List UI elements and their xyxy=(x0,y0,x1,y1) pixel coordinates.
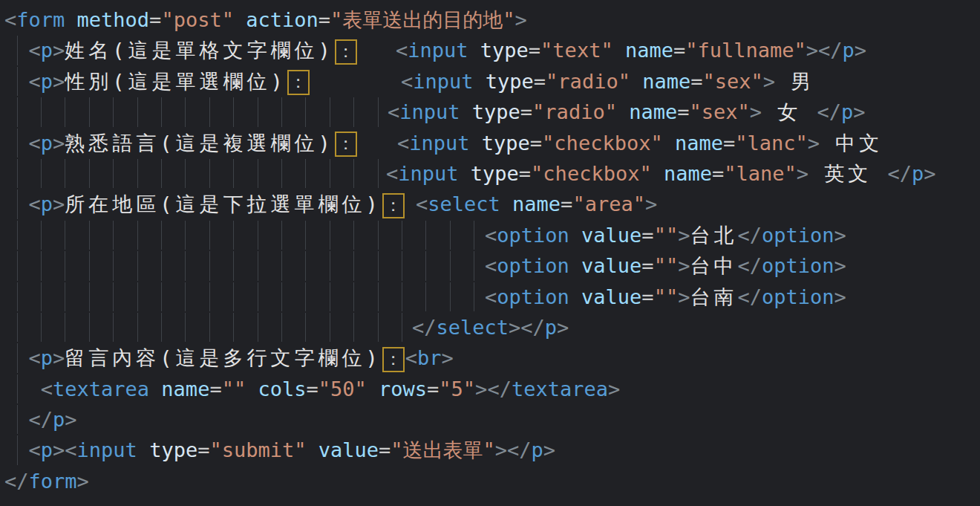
attribute-value: "lane" xyxy=(724,162,797,185)
indent-guide xyxy=(330,221,330,250)
code-line[interactable]: <form method="post" action="表單送出的目的地"> xyxy=(4,4,980,35)
indent-guide xyxy=(185,251,186,280)
tag-name: p xyxy=(841,100,853,123)
punctuation: > xyxy=(53,192,65,215)
punctuation: > xyxy=(678,224,690,247)
code-line[interactable]: <option value="">台中</option> xyxy=(4,250,980,281)
tag-name: input xyxy=(409,132,469,155)
indent-guide xyxy=(233,159,234,188)
fullwidth-colon-unicode-highlight: ： xyxy=(335,132,357,157)
punctuation: </ xyxy=(507,438,532,461)
indent-guide xyxy=(17,251,18,280)
attribute-value: "sex" xyxy=(689,100,749,123)
code-line[interactable]: <p>姓名(這是單格文字欄位)：<input type="text" name=… xyxy=(4,35,980,65)
indent-guide xyxy=(474,221,474,250)
text: 熟悉語言(這是複選欄位) xyxy=(65,132,334,155)
equals-sign: = xyxy=(318,8,330,31)
attribute-name: value xyxy=(581,285,641,308)
code-segment: <p><input type="submit" value="送出表單"></p… xyxy=(4,438,555,461)
code-line[interactable]: </select></p> xyxy=(4,312,980,343)
indent-guide xyxy=(402,221,402,250)
tag-name: p xyxy=(41,39,53,62)
punctuation: > xyxy=(543,438,555,461)
text xyxy=(613,39,625,62)
equals-sign: = xyxy=(306,377,318,400)
code-line[interactable]: <p>熟悉語言(這是複選欄位)：<input type="checkbox" n… xyxy=(4,128,980,158)
equals-sign: = xyxy=(209,377,221,400)
punctuation: > xyxy=(475,377,487,400)
punctuation: > xyxy=(509,316,520,339)
code-line[interactable]: <input type="radio" name="sex"> 女 </p> xyxy=(4,97,980,127)
text xyxy=(468,39,480,62)
attribute-value: "5" xyxy=(439,377,475,400)
punctuation: > xyxy=(53,346,65,369)
punctuation: < xyxy=(41,377,53,400)
indent-guide xyxy=(281,313,282,342)
text: 英文 xyxy=(808,162,888,185)
punctuation: > xyxy=(853,100,865,123)
tag-name: form xyxy=(29,470,77,493)
code-segment: <input type="radio" name="sex"> 男 xyxy=(401,66,814,97)
equals-sign: = xyxy=(520,100,532,123)
punctuation: < xyxy=(29,346,41,369)
indent-guide xyxy=(233,313,234,342)
attribute-name: name xyxy=(512,192,561,215)
text xyxy=(617,100,629,123)
attribute-value: "lanc" xyxy=(735,132,808,155)
code-editor[interactable]: <form method="post" action="表單送出的目的地"> <… xyxy=(0,0,980,506)
code-segment: <p>所在地區(這是下拉選單欄位)： xyxy=(4,192,405,215)
indent-guide xyxy=(233,221,234,250)
attribute-name: name xyxy=(642,70,690,93)
indent-guide xyxy=(281,282,282,311)
punctuation: > xyxy=(53,39,65,62)
text: 男 xyxy=(775,70,814,93)
indent-guide xyxy=(450,251,451,280)
indent-guide xyxy=(113,251,114,280)
indent-guide xyxy=(89,313,90,342)
punctuation: </ xyxy=(818,39,843,62)
indent-guide xyxy=(258,313,258,342)
punctuation: < xyxy=(388,100,399,123)
code-line[interactable]: <option value="">台南</option> xyxy=(4,282,980,312)
code-line[interactable]: <p>性別(這是單選欄位)：<input type="radio" name="… xyxy=(4,66,980,97)
tag-name: p xyxy=(41,438,53,461)
code-line[interactable]: </p> xyxy=(4,404,980,435)
code-line[interactable]: <textarea name="" cols="50" rows="5"></t… xyxy=(4,374,980,404)
tag-name: p xyxy=(843,39,855,62)
code-segment: <p>留言內容(這是多行文字欄位)：<br> xyxy=(4,346,454,369)
code-segment: <form method="post" action="表單送出的目的地"> xyxy=(4,8,527,31)
code-line[interactable]: <p><input type="submit" value="送出表單"></p… xyxy=(4,435,980,465)
code-line[interactable]: <p>所在地區(這是下拉選單欄位)：<select name="area"> xyxy=(4,189,980,219)
code-segment: <option value="">台南</option> xyxy=(485,282,846,312)
indent-guide xyxy=(474,282,474,311)
tag-name: option xyxy=(762,285,834,308)
tag-name: textarea xyxy=(512,377,608,400)
code-segment: <select name="area"> xyxy=(416,189,657,219)
text xyxy=(65,8,76,31)
code-segment: <input type="checkbox" name="lane"> 英文 <… xyxy=(386,158,936,189)
indent-guide xyxy=(89,282,90,311)
punctuation: </ xyxy=(737,285,762,308)
attribute-name: type xyxy=(471,162,519,185)
code-line[interactable]: <input type="checkbox" name="lane"> 英文 <… xyxy=(4,158,980,189)
indent-guide xyxy=(258,159,258,188)
punctuation: > xyxy=(855,39,866,62)
code-segment: <option value="">台中</option> xyxy=(485,250,846,281)
tag-name: p xyxy=(41,132,53,155)
code-line[interactable]: </form> xyxy=(4,466,980,496)
indent-guide xyxy=(17,313,18,342)
indent-guide xyxy=(425,251,426,280)
code-segment: </form> xyxy=(4,470,89,493)
attribute-name: type xyxy=(149,438,197,461)
indent-guide xyxy=(305,282,306,311)
indent-guide xyxy=(281,97,282,126)
attribute-value: "post" xyxy=(161,8,234,31)
punctuation: > xyxy=(442,346,454,369)
equals-sign: = xyxy=(519,162,531,185)
code-line[interactable]: <p>留言內容(這是多行文字欄位)：<br> xyxy=(4,343,980,373)
code-line[interactable]: <option value="">台北</option> xyxy=(4,220,980,250)
indent-guide xyxy=(137,313,138,342)
attribute-name: name xyxy=(675,132,723,155)
indent-guide xyxy=(402,251,402,280)
indent-guide xyxy=(378,251,379,280)
